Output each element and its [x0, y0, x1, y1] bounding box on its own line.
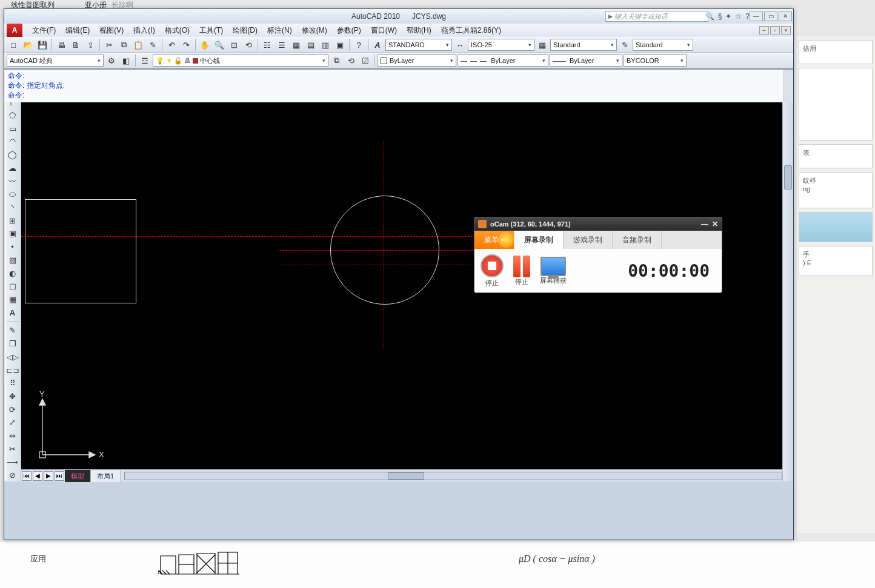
- layer-tool3-icon[interactable]: ☑: [359, 54, 372, 67]
- tab-last-button[interactable]: ⏭: [55, 471, 64, 481]
- menu-param[interactable]: 参数(P): [332, 25, 366, 36]
- mtext-icon[interactable]: A: [5, 306, 20, 319]
- h-scrollbar[interactable]: [124, 472, 782, 480]
- menu-modify[interactable]: 修改(M): [297, 25, 332, 36]
- layer-tool2-icon[interactable]: ⟲: [344, 54, 358, 67]
- break-icon[interactable]: ⊘: [5, 469, 20, 482]
- ocam-capture-button[interactable]: 屏幕捕获: [540, 257, 567, 285]
- lineweight-combo[interactable]: ——ByLayer▾: [550, 55, 622, 67]
- ocam-tab-screen[interactable]: 屏幕录制: [514, 231, 564, 249]
- app-menu-button[interactable]: A: [7, 24, 22, 37]
- ocam-close-button[interactable]: ✕: [712, 220, 718, 228]
- array-icon[interactable]: ⠿: [5, 377, 20, 389]
- menu-file[interactable]: 文件(F): [27, 25, 61, 36]
- hatch-icon[interactable]: ▨: [5, 254, 20, 266]
- tp-icon[interactable]: ▦: [290, 38, 303, 51]
- menu-yanxiu[interactable]: 燕秀工具箱2.86(Y): [436, 25, 506, 36]
- tab-model[interactable]: 模型: [65, 470, 91, 482]
- ws-save-icon[interactable]: ◧: [119, 54, 133, 67]
- extend-icon[interactable]: ⟶: [5, 456, 20, 469]
- dc-icon[interactable]: ☰: [275, 38, 288, 51]
- ocam-tab-audio[interactable]: 音频录制: [613, 231, 662, 249]
- dimstyle-icon[interactable]: ↔: [453, 38, 467, 51]
- workspace-combo[interactable]: AutoCAD 经典▾: [7, 55, 104, 67]
- paste-icon[interactable]: 📋: [131, 38, 145, 51]
- cmd-scrollbar[interactable]: [784, 70, 793, 102]
- zoomprev-icon[interactable]: ⟲: [242, 38, 255, 51]
- menu-draw[interactable]: 绘图(D): [228, 25, 262, 36]
- open-icon[interactable]: 📂: [21, 38, 35, 51]
- menu-insert[interactable]: 插入(I): [128, 25, 159, 36]
- insert-icon[interactable]: ⊞: [5, 214, 20, 227]
- ocam-titlebar[interactable]: oCam (312, 60, 1444, 971) — ✕: [474, 217, 722, 231]
- cut-icon[interactable]: ✂: [102, 38, 116, 51]
- redo-icon[interactable]: ↷: [179, 38, 193, 51]
- tab-prev-button[interactable]: ◀: [33, 471, 42, 481]
- menu-edit[interactable]: 编辑(E): [61, 25, 95, 36]
- revcloud-icon[interactable]: ☁: [5, 162, 20, 174]
- plotstyle-combo[interactable]: BYCOLOR▾: [624, 55, 687, 67]
- layer-combo[interactable]: 💡 ☀ 🔓 🖶 中心线▾: [153, 55, 328, 67]
- print-icon[interactable]: 🖶: [55, 38, 68, 51]
- infocenter-icons[interactable]: 🔍 § ✦ ☆ ?: [705, 12, 750, 21]
- menu-dim[interactable]: 标注(N): [262, 25, 297, 36]
- copy-icon[interactable]: ⧉: [117, 38, 130, 51]
- offset-icon[interactable]: ⊏⊐: [5, 364, 20, 377]
- linetype-combo[interactable]: — — —ByLayer▾: [457, 55, 548, 67]
- tab-first-button[interactable]: ⏮: [22, 471, 32, 481]
- pan-icon[interactable]: ✋: [198, 38, 211, 51]
- copy2-icon[interactable]: ❐: [5, 337, 20, 350]
- layerprop-icon[interactable]: ☲: [138, 54, 151, 67]
- circle-icon[interactable]: ◯: [5, 148, 20, 161]
- menu-format[interactable]: 格式(O): [160, 25, 195, 36]
- match-icon[interactable]: ✎: [146, 38, 159, 51]
- ellipsearc-icon[interactable]: ◝: [5, 201, 20, 214]
- zoomwin-icon[interactable]: ⊡: [227, 38, 241, 51]
- gear-icon[interactable]: ⚙: [105, 54, 118, 67]
- ocam-tab-menu[interactable]: 菜单 ▾: [474, 231, 514, 249]
- markup-icon[interactable]: ▥: [319, 38, 332, 51]
- arc-icon[interactable]: ◠: [5, 136, 20, 148]
- props-icon[interactable]: ☷: [261, 38, 274, 51]
- doc-close-button[interactable]: ×: [781, 26, 791, 35]
- search-input[interactable]: 键入关键字或短语: [605, 11, 708, 22]
- rotate-icon[interactable]: ⟳: [5, 403, 20, 416]
- layer-tool1-icon[interactable]: ⧉: [330, 54, 343, 67]
- tab-layout1[interactable]: 布局1: [91, 470, 121, 482]
- command-window[interactable]: 命令: 命令: 指定对角点: 命令:: [4, 68, 793, 102]
- doc-restore-button[interactable]: ▫: [770, 26, 780, 35]
- ocam-minimize-button[interactable]: —: [701, 220, 708, 228]
- help2-icon[interactable]: ?: [352, 38, 365, 51]
- point-icon[interactable]: •: [5, 240, 20, 253]
- trim-icon[interactable]: ✂: [5, 443, 20, 455]
- minimize-button[interactable]: —: [750, 12, 763, 21]
- ocam-stop-button[interactable]: 停止: [481, 254, 504, 288]
- spline-icon[interactable]: 〰: [5, 175, 20, 188]
- ocam-pause-button[interactable]: 停止: [513, 256, 530, 286]
- region-icon[interactable]: ▢: [5, 280, 20, 293]
- maximize-button[interactable]: ▭: [764, 12, 777, 21]
- stretch-icon[interactable]: ⇔: [5, 429, 20, 442]
- tablestyle-icon[interactable]: ▦: [536, 38, 549, 51]
- mirror-icon[interactable]: ◁▷: [5, 351, 20, 363]
- text-style-combo[interactable]: STANDARD▾: [385, 39, 452, 51]
- doc-minimize-button[interactable]: –: [759, 26, 769, 35]
- menu-help[interactable]: 帮助(H): [402, 25, 436, 36]
- zoomrt-icon[interactable]: 🔍: [213, 38, 226, 51]
- color-combo[interactable]: ByLayer▾: [378, 55, 456, 67]
- mlstyle-icon[interactable]: ✎: [618, 38, 631, 51]
- scale-icon[interactable]: ⤢: [5, 417, 20, 429]
- new-icon[interactable]: □: [7, 38, 20, 51]
- block-icon[interactable]: ▣: [5, 228, 20, 240]
- rect-icon[interactable]: ▭: [5, 122, 20, 135]
- table-style-combo[interactable]: Standard▾: [550, 39, 617, 51]
- table-icon[interactable]: ▦: [5, 293, 20, 306]
- v-scrollbar[interactable]: [782, 68, 793, 481]
- preview-icon[interactable]: 🗎: [69, 38, 82, 51]
- menu-window[interactable]: 窗口(W): [366, 25, 402, 36]
- dim-style-combo[interactable]: ISO-25▾: [468, 39, 534, 51]
- textstyle-icon[interactable]: A: [371, 38, 384, 51]
- qcalc-icon[interactable]: ▣: [333, 38, 347, 51]
- undo-icon[interactable]: ↶: [165, 38, 178, 51]
- move-icon[interactable]: ✥: [5, 390, 20, 403]
